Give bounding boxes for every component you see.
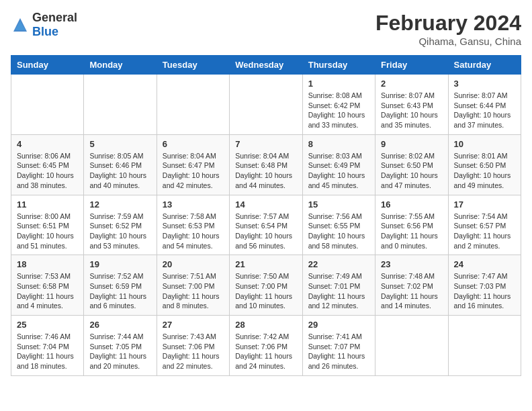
calendar-header-thursday: Thursday bbox=[302, 56, 375, 75]
day-info: Sunrise: 8:03 AMSunset: 6:49 PMDaylight:… bbox=[308, 151, 369, 191]
calendar-cell bbox=[84, 75, 157, 135]
calendar-week-1: 1Sunrise: 8:08 AMSunset: 6:42 PMDaylight… bbox=[11, 75, 521, 135]
day-number: 10 bbox=[454, 139, 515, 149]
day-number: 1 bbox=[308, 79, 369, 89]
day-number: 2 bbox=[381, 79, 442, 89]
calendar-week-2: 4Sunrise: 8:06 AMSunset: 6:45 PMDaylight… bbox=[11, 134, 521, 195]
day-number: 25 bbox=[17, 320, 78, 330]
page-header: General Blue February 2024 Qihama, Gansu… bbox=[11, 11, 521, 47]
day-number: 23 bbox=[381, 259, 442, 269]
subtitle: Qihama, Gansu, China bbox=[375, 36, 521, 47]
day-info: Sunrise: 8:01 AMSunset: 6:50 PMDaylight:… bbox=[454, 151, 515, 191]
day-number: 21 bbox=[235, 259, 296, 269]
calendar-cell: 26Sunrise: 7:44 AMSunset: 7:05 PMDayligh… bbox=[84, 316, 157, 376]
calendar-cell: 28Sunrise: 7:42 AMSunset: 7:06 PMDayligh… bbox=[230, 316, 302, 376]
calendar-table: SundayMondayTuesdayWednesdayThursdayFrid… bbox=[11, 55, 521, 376]
calendar-cell: 16Sunrise: 7:55 AMSunset: 6:56 PMDayligh… bbox=[375, 195, 448, 255]
day-info: Sunrise: 7:57 AMSunset: 6:54 PMDaylight:… bbox=[235, 212, 296, 251]
day-info: Sunrise: 8:02 AMSunset: 6:50 PMDaylight:… bbox=[381, 151, 442, 191]
calendar-week-3: 11Sunrise: 8:00 AMSunset: 6:51 PMDayligh… bbox=[11, 195, 521, 255]
calendar-header-monday: Monday bbox=[84, 56, 157, 75]
calendar-cell: 22Sunrise: 7:49 AMSunset: 7:01 PMDayligh… bbox=[302, 255, 375, 316]
calendar-cell: 18Sunrise: 7:53 AMSunset: 6:58 PMDayligh… bbox=[11, 255, 84, 316]
day-info: Sunrise: 8:07 AMSunset: 6:44 PMDaylight:… bbox=[454, 91, 515, 130]
day-info: Sunrise: 7:42 AMSunset: 7:06 PMDaylight:… bbox=[235, 332, 296, 371]
calendar-week-4: 18Sunrise: 7:53 AMSunset: 6:58 PMDayligh… bbox=[11, 255, 521, 316]
calendar-cell bbox=[230, 75, 302, 135]
calendar-cell: 4Sunrise: 8:06 AMSunset: 6:45 PMDaylight… bbox=[11, 134, 84, 195]
day-info: Sunrise: 7:44 AMSunset: 7:05 PMDaylight:… bbox=[89, 332, 150, 371]
calendar-header-sunday: Sunday bbox=[11, 56, 84, 75]
calendar-cell: 3Sunrise: 8:07 AMSunset: 6:44 PMDaylight… bbox=[448, 75, 521, 135]
day-info: Sunrise: 7:58 AMSunset: 6:53 PMDaylight:… bbox=[163, 212, 224, 251]
day-number: 28 bbox=[235, 320, 296, 330]
day-info: Sunrise: 7:49 AMSunset: 7:01 PMDaylight:… bbox=[308, 271, 369, 311]
calendar-cell: 21Sunrise: 7:50 AMSunset: 7:00 PMDayligh… bbox=[230, 255, 302, 316]
day-number: 27 bbox=[163, 320, 224, 330]
calendar-cell: 23Sunrise: 7:48 AMSunset: 7:02 PMDayligh… bbox=[375, 255, 448, 316]
day-number: 11 bbox=[17, 199, 78, 210]
calendar-cell: 2Sunrise: 8:07 AMSunset: 6:43 PMDaylight… bbox=[375, 75, 448, 135]
calendar-cell bbox=[375, 316, 448, 376]
calendar-cell: 17Sunrise: 7:54 AMSunset: 6:57 PMDayligh… bbox=[448, 195, 521, 255]
day-number: 20 bbox=[163, 259, 224, 269]
logo-general: General bbox=[32, 11, 77, 24]
day-number: 9 bbox=[381, 139, 442, 149]
calendar-header-saturday: Saturday bbox=[448, 56, 521, 75]
day-info: Sunrise: 7:41 AMSunset: 7:07 PMDaylight:… bbox=[308, 332, 369, 371]
calendar-cell: 27Sunrise: 7:43 AMSunset: 7:06 PMDayligh… bbox=[157, 316, 229, 376]
day-info: Sunrise: 7:48 AMSunset: 7:02 PMDaylight:… bbox=[381, 271, 442, 311]
day-info: Sunrise: 7:46 AMSunset: 7:04 PMDaylight:… bbox=[17, 332, 78, 371]
calendar-cell: 19Sunrise: 7:52 AMSunset: 6:59 PMDayligh… bbox=[84, 255, 157, 316]
calendar-cell bbox=[11, 75, 84, 135]
day-number: 16 bbox=[381, 199, 442, 210]
calendar-header-tuesday: Tuesday bbox=[157, 56, 229, 75]
day-number: 15 bbox=[308, 199, 369, 210]
calendar-cell: 6Sunrise: 8:04 AMSunset: 6:47 PMDaylight… bbox=[157, 134, 229, 195]
day-info: Sunrise: 8:05 AMSunset: 6:46 PMDaylight:… bbox=[89, 151, 150, 191]
calendar-cell: 25Sunrise: 7:46 AMSunset: 7:04 PMDayligh… bbox=[11, 316, 84, 376]
calendar-header-wednesday: Wednesday bbox=[230, 56, 302, 75]
day-info: Sunrise: 7:51 AMSunset: 7:00 PMDaylight:… bbox=[163, 271, 224, 311]
calendar-header-row: SundayMondayTuesdayWednesdayThursdayFrid… bbox=[11, 56, 521, 75]
calendar-cell: 13Sunrise: 7:58 AMSunset: 6:53 PMDayligh… bbox=[157, 195, 229, 255]
day-number: 22 bbox=[308, 259, 369, 269]
day-number: 24 bbox=[454, 259, 515, 269]
svg-marker-1 bbox=[15, 21, 26, 30]
logo-blue: Blue bbox=[32, 25, 58, 38]
day-number: 8 bbox=[308, 139, 369, 149]
calendar-cell: 14Sunrise: 7:57 AMSunset: 6:54 PMDayligh… bbox=[230, 195, 302, 255]
day-info: Sunrise: 7:52 AMSunset: 6:59 PMDaylight:… bbox=[89, 271, 150, 311]
day-info: Sunrise: 7:47 AMSunset: 7:03 PMDaylight:… bbox=[454, 271, 515, 311]
calendar-week-5: 25Sunrise: 7:46 AMSunset: 7:04 PMDayligh… bbox=[11, 316, 521, 376]
day-info: Sunrise: 7:59 AMSunset: 6:52 PMDaylight:… bbox=[89, 212, 150, 251]
calendar-cell: 15Sunrise: 7:56 AMSunset: 6:55 PMDayligh… bbox=[302, 195, 375, 255]
day-info: Sunrise: 8:08 AMSunset: 6:42 PMDaylight:… bbox=[308, 91, 369, 130]
day-number: 6 bbox=[163, 139, 224, 149]
calendar-cell: 24Sunrise: 7:47 AMSunset: 7:03 PMDayligh… bbox=[448, 255, 521, 316]
day-info: Sunrise: 7:56 AMSunset: 6:55 PMDaylight:… bbox=[308, 212, 369, 251]
day-number: 29 bbox=[308, 320, 369, 330]
calendar-cell: 9Sunrise: 8:02 AMSunset: 6:50 PMDaylight… bbox=[375, 134, 448, 195]
main-title: February 2024 bbox=[375, 11, 521, 36]
day-number: 14 bbox=[235, 199, 296, 210]
calendar-cell: 29Sunrise: 7:41 AMSunset: 7:07 PMDayligh… bbox=[302, 316, 375, 376]
calendar-cell: 5Sunrise: 8:05 AMSunset: 6:46 PMDaylight… bbox=[84, 134, 157, 195]
day-number: 5 bbox=[89, 139, 150, 149]
calendar-header-friday: Friday bbox=[375, 56, 448, 75]
day-number: 12 bbox=[89, 199, 150, 210]
logo-icon bbox=[11, 15, 30, 34]
day-number: 17 bbox=[454, 199, 515, 210]
day-info: Sunrise: 8:00 AMSunset: 6:51 PMDaylight:… bbox=[17, 212, 78, 251]
calendar-cell bbox=[448, 316, 521, 376]
day-number: 13 bbox=[163, 199, 224, 210]
day-number: 18 bbox=[17, 259, 78, 269]
day-info: Sunrise: 7:50 AMSunset: 7:00 PMDaylight:… bbox=[235, 271, 296, 311]
calendar-cell: 7Sunrise: 8:04 AMSunset: 6:48 PMDaylight… bbox=[230, 134, 302, 195]
day-number: 3 bbox=[454, 79, 515, 89]
day-number: 7 bbox=[235, 139, 296, 149]
day-info: Sunrise: 8:04 AMSunset: 6:48 PMDaylight:… bbox=[235, 151, 296, 191]
calendar-cell: 20Sunrise: 7:51 AMSunset: 7:00 PMDayligh… bbox=[157, 255, 229, 316]
calendar-cell: 10Sunrise: 8:01 AMSunset: 6:50 PMDayligh… bbox=[448, 134, 521, 195]
day-number: 19 bbox=[89, 259, 150, 269]
